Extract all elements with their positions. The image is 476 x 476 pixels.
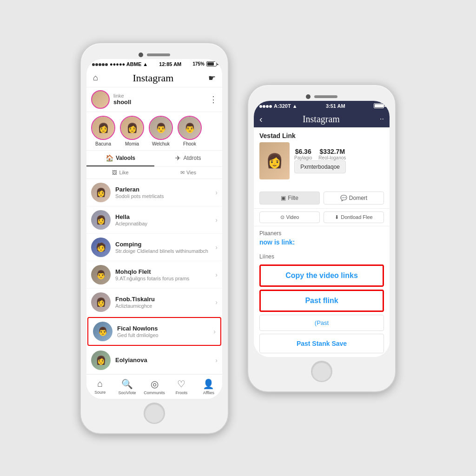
stat-reol: $332.7M Reol-loganos <box>318 148 346 160</box>
story-welchuk[interactable]: 👨 Welchuk <box>149 116 173 146</box>
copy-video-links-button[interactable]: Copy the video links <box>259 264 384 287</box>
user-avatar <box>91 90 110 109</box>
chevron-fical: › <box>213 328 216 335</box>
stat-paylagio-label: Paylagio <box>294 155 312 160</box>
phone-1-screen: ●●●●● ABME ▲ 12:85 AM 175% ⌂ Instagram ☛ <box>86 59 222 399</box>
contact-sub-fical: Ged fult dmliolgeo <box>117 332 213 338</box>
contact-comping[interactable]: 🧑 Comping Str.doige Cldieland blinels wi… <box>86 234 222 261</box>
stories-row: 👩 Bacuna 👩 Momia 👨 Welchuk <box>86 112 222 151</box>
avatar-hella: 👩 <box>91 210 111 230</box>
avatar-parleran: 👩 <box>91 183 111 202</box>
phone-2-home-button[interactable] <box>311 361 332 382</box>
action-tabs: ⊙ Video ⬇ Dontload Flee <box>254 209 390 226</box>
button-rows: Liínes Copy the video links Past flink (… <box>254 253 390 357</box>
contact-name-eolyi: Eolyianova <box>115 357 215 364</box>
video-icon: ⊙ <box>280 214 284 220</box>
story-label-welchuk: Welchuk <box>152 141 170 146</box>
home-icon[interactable]: ⌂ <box>93 73 98 83</box>
nav-soure-label: Soure <box>94 390 106 395</box>
download-label: Dontload Flee <box>341 214 373 220</box>
more-options-icon[interactable]: ·· <box>380 115 384 123</box>
phone-2-speaker <box>314 95 337 98</box>
tab-atdrots[interactable]: ✈ Atdrots <box>154 151 222 166</box>
action-tab-download[interactable]: ⬇ Dontload Flee <box>324 212 384 223</box>
profile-section: Vestad Link 👩 $6.36 Paylagio $332.7M Reo… <box>254 127 390 188</box>
search-nav-icon: 🔍 <box>121 378 133 390</box>
story-bacuna[interactable]: 👩 Bacuna <box>91 116 115 146</box>
contact-fical[interactable]: 👨 Fical Nowlons Ged fult dmliolgeo › <box>87 317 221 346</box>
past-stank-save-button[interactable]: Past Stank Save <box>259 334 384 353</box>
phone-1-speaker <box>147 53 170 56</box>
sub-tab-like[interactable]: 🖼 Like <box>86 167 154 178</box>
tab-valools-label: Valools <box>116 155 135 161</box>
home-nav-icon: ⌂ <box>97 378 103 389</box>
contact-parleran[interactable]: 👩 Parleran Sodoli pots metrlicats › <box>86 179 222 206</box>
download-icon: ⬇ <box>335 214 339 220</box>
ig-header-2: ‹ Instagram ·· <box>254 111 390 127</box>
user-header: linke shooll ⋮ <box>86 87 222 112</box>
profile-stats: $6.36 Paylagio $332.7M Reol-loganos <box>294 148 346 160</box>
phone-1-camera <box>139 53 143 57</box>
avatar-eolyi: 👩 <box>91 350 111 370</box>
chevron-hella: › <box>215 216 218 224</box>
filter-tab-filte[interactable]: ▣ Filte <box>259 192 320 205</box>
past-flink-button[interactable]: Past flink <box>259 290 384 312</box>
action-tab-video[interactable]: ⊙ Video <box>259 212 320 223</box>
contact-name-mohqlo: Mohqlo Flelt <box>115 268 215 275</box>
ig-title-1: Instagram <box>132 72 173 84</box>
phone-2-camera <box>306 94 311 99</box>
story-fhook[interactable]: 👨 Fhook <box>178 116 202 146</box>
profile-nav-icon: 👤 <box>203 378 214 390</box>
tab-valools[interactable]: 🏠 Valools <box>86 151 154 166</box>
filter-tabs: ▣ Filte 💬 Domert <box>254 188 390 209</box>
nav-communits[interactable]: ◎ Communits <box>141 377 168 397</box>
options-icon[interactable]: ⋮ <box>209 94 218 105</box>
past-button[interactable]: (Past <box>259 315 384 331</box>
phone-1-home-button[interactable] <box>144 403 165 424</box>
phone-1-top-bar <box>86 49 222 59</box>
filte-icon: ▣ <box>281 195 286 201</box>
contact-mohqlo[interactable]: 👨 Mohqlo Flelt 9.AT.nğuilgns fotaris for… <box>86 261 222 289</box>
nav-soure[interactable]: ⌂ Soure <box>86 377 113 397</box>
story-avatar-bacuna: 👩 <box>91 116 115 140</box>
profile-picture: 👩 <box>259 142 290 179</box>
contact-list: 👩 Parleran Sodoli pots metrlicats › 👩 He… <box>86 179 222 374</box>
contact-name-fical: Fical Nowlons <box>117 325 213 332</box>
battery-label: 175% <box>192 61 205 66</box>
link-section: Plaaners now is link: <box>254 226 390 253</box>
story-momia[interactable]: 👩 Momia <box>120 116 144 146</box>
video-label: Video <box>286 214 299 220</box>
domert-label: Domert <box>349 195 367 201</box>
profile-name: Vestad Link <box>259 132 384 139</box>
stat-reol-value: $332.7M <box>318 148 346 155</box>
back-button[interactable]: ‹ <box>259 114 263 125</box>
message-icon: ✉ <box>180 170 185 176</box>
nav-froots[interactable]: ♡ Froots <box>168 377 195 397</box>
bottom-nav: ⌂ Soure 🔍 SociVlote ◎ Communits ♡ Froots… <box>86 374 222 399</box>
contact-eolyi[interactable]: 👩 Eolyianova › <box>86 347 222 374</box>
user-link-label: linke <box>113 93 131 99</box>
time-label-2: 3:51 AM <box>326 103 345 109</box>
story-avatar-momia: 👩 <box>120 116 144 140</box>
wifi-icon-2: ▲ <box>292 103 298 109</box>
contact-fnob[interactable]: 👩 Fnob.Tiskalru Acliztaumicghce › <box>86 289 222 316</box>
tab-atdrots-icon: ✈ <box>175 154 181 162</box>
nav-afflies[interactable]: 👤 Afflies <box>195 377 222 397</box>
nav-froots-label: Froots <box>176 390 188 395</box>
contact-name-fnob: Fnob.Tiskalru <box>115 296 215 303</box>
heart-nav-icon: ♡ <box>177 378 185 390</box>
cursor-icon[interactable]: ☛ <box>208 73 216 83</box>
sub-tabs: 🖼 Like ✉ Vies <box>86 167 222 179</box>
filter-tab-domert[interactable]: 💬 Domert <box>324 192 384 205</box>
follow-button[interactable]: Pxmterbodaqoe <box>294 160 346 173</box>
nav-socivlote[interactable]: 🔍 SociVlote <box>113 377 140 397</box>
contact-hella[interactable]: 👩 Hella Aclepnnatibay › <box>86 206 222 234</box>
chevron-eolyi: › <box>215 357 218 364</box>
time-label: 12:85 AM <box>159 61 181 67</box>
battery-icon-2 <box>374 103 384 108</box>
sub-tab-vies[interactable]: ✉ Vies <box>154 167 222 178</box>
chevron-comping: › <box>215 244 218 251</box>
avatar-comping: 🧑 <box>91 238 111 257</box>
link-value: now is link: <box>259 238 384 246</box>
contact-name-comping: Comping <box>115 241 215 248</box>
